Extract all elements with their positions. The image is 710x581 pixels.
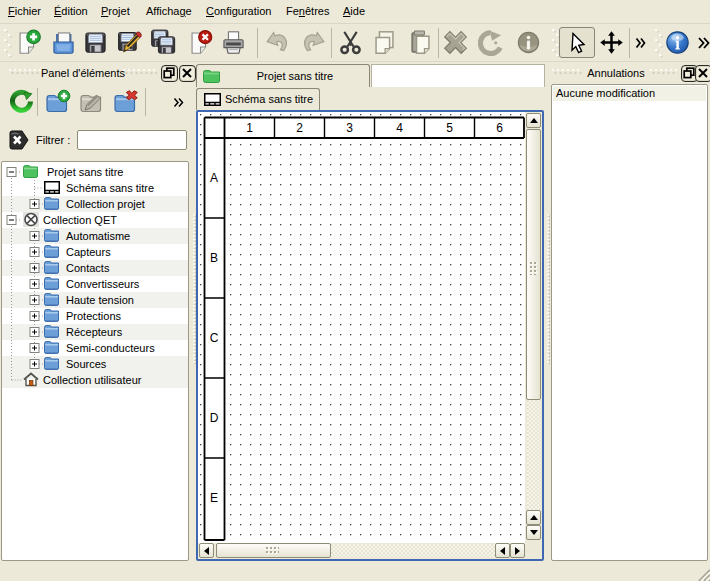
svg-text:Automatisme: Automatisme xyxy=(66,230,130,242)
svg-text:Protections: Protections xyxy=(66,310,122,322)
svg-text:Récepteurs: Récepteurs xyxy=(66,326,123,338)
svg-text:Haute tension: Haute tension xyxy=(66,294,134,306)
svg-text:Collection projet: Collection projet xyxy=(66,198,145,210)
svg-text:Collection utilisateur: Collection utilisateur xyxy=(43,374,142,386)
svg-text:Semi-conducteurs: Semi-conducteurs xyxy=(66,342,155,354)
svg-text:5: 5 xyxy=(446,121,453,135)
svg-text:2: 2 xyxy=(296,121,303,135)
svg-text:4: 4 xyxy=(396,121,403,135)
svg-text:1: 1 xyxy=(246,121,253,135)
svg-text:6: 6 xyxy=(496,121,503,135)
svg-text:3: 3 xyxy=(346,121,353,135)
svg-text:Collection QET: Collection QET xyxy=(43,214,117,226)
svg-text:Schéma sans titre: Schéma sans titre xyxy=(66,182,154,194)
svg-text:A: A xyxy=(210,171,218,185)
svg-text:E: E xyxy=(210,491,218,505)
svg-text:Convertisseurs: Convertisseurs xyxy=(66,278,140,290)
svg-text:B: B xyxy=(210,251,218,265)
svg-text:Capteurs: Capteurs xyxy=(66,246,111,258)
svg-text:Projet sans titre: Projet sans titre xyxy=(47,166,123,178)
svg-text:D: D xyxy=(210,411,219,425)
svg-text:Sources: Sources xyxy=(66,358,107,370)
svg-text:Contacts: Contacts xyxy=(66,262,110,274)
svg-text:C: C xyxy=(210,331,219,345)
